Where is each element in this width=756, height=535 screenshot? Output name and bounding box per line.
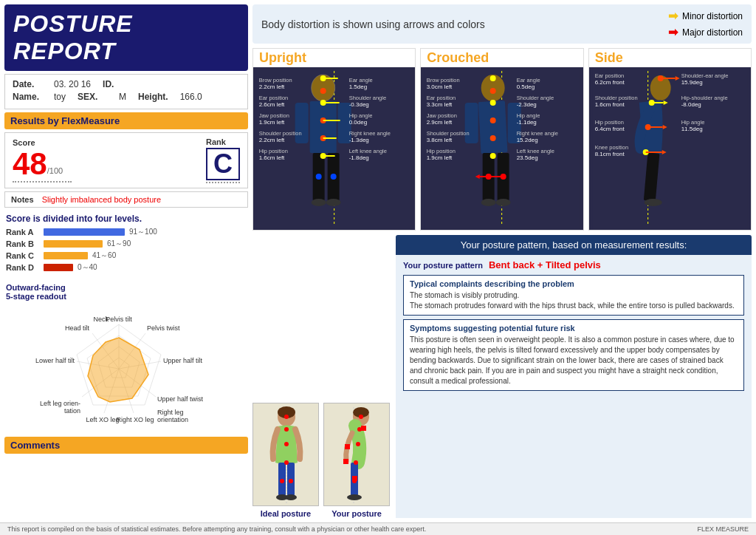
svg-text:Jaw position: Jaw position	[427, 112, 457, 119]
svg-text:Left leg orien-: Left leg orien-	[40, 400, 80, 407]
svg-text:0.0deg: 0.0deg	[349, 119, 367, 126]
svg-text:11.5deg: 11.5deg	[681, 126, 702, 132]
svg-text:Hip position: Hip position	[594, 119, 623, 126]
sex-value: M	[119, 92, 126, 102]
rank-label: Rank	[206, 137, 226, 146]
svg-text:23.5deg: 23.5deg	[517, 154, 538, 161]
svg-text:Pelvis tilt: Pelvis tilt	[106, 316, 132, 323]
svg-point-83	[490, 117, 496, 123]
svg-point-164	[356, 442, 360, 446]
svg-text:Left XO leg: Left XO leg	[86, 416, 119, 423]
svg-point-43	[316, 174, 322, 180]
svg-text:8.1cm front: 8.1cm front	[594, 151, 625, 157]
crouched-image: Brow position 3.0cm left Ear angle 0.5de…	[421, 67, 583, 230]
svg-point-162	[359, 415, 363, 419]
rank-b-label: Rank B	[6, 239, 39, 248]
svg-text:Pelvis twist: Pelvis twist	[147, 324, 180, 332]
svg-text:Shoulder angle: Shoulder angle	[349, 95, 386, 101]
radar-title: Outward-facing5-stage readout	[6, 283, 247, 301]
svg-text:Hip angle: Hip angle	[681, 119, 704, 126]
upright-image: Brow position 2.2cm left Ear angle 1.5de…	[253, 67, 415, 230]
complaints-text: The stomach is visibly protruding. The s…	[410, 290, 738, 311]
svg-point-44	[331, 174, 337, 180]
svg-text:2.2cm left: 2.2cm left	[259, 137, 285, 143]
svg-text:15.2deg: 15.2deg	[517, 137, 538, 143]
svg-point-85	[490, 153, 496, 159]
svg-text:Ear position: Ear position	[259, 95, 289, 101]
svg-rect-169	[343, 459, 348, 464]
side-title: Side	[589, 49, 751, 67]
svg-text:6.4cm front: 6.4cm front	[594, 126, 625, 132]
svg-rect-30	[310, 101, 337, 153]
footer-brand: FLEX MEASURE	[697, 525, 749, 533]
svg-point-150	[284, 415, 289, 419]
svg-point-151	[284, 427, 289, 432]
svg-text:Left knee angle: Left knee angle	[349, 148, 387, 154]
svg-text:3.0cm left: 3.0cm left	[427, 84, 453, 90]
upright-figure-svg: Brow position 2.2cm left Ear angle 1.5de…	[253, 67, 415, 230]
svg-text:Shoulder-ear angle: Shoulder-ear angle	[681, 72, 728, 79]
rank-a-range: 91～100	[129, 227, 157, 237]
svg-text:Right XO leg: Right XO leg	[116, 416, 154, 423]
notes-value: Slightly imbalanced body posture	[42, 195, 161, 204]
svg-text:Ear angle: Ear angle	[517, 77, 540, 84]
posture-views: Upright	[252, 48, 752, 231]
svg-text:1.6cm left: 1.6cm left	[259, 154, 285, 161]
svg-point-161	[347, 494, 362, 500]
crouched-figure-svg: Brow position 3.0cm left Ear angle 0.5de…	[421, 67, 583, 230]
svg-text:0.5deg: 0.5deg	[517, 84, 535, 90]
name-value: toy	[54, 92, 66, 102]
svg-point-152	[284, 442, 289, 446]
svg-text:Brow position: Brow position	[259, 77, 292, 84]
svg-text:Shoulder position: Shoulder position	[594, 95, 637, 101]
body-distortion-title: Body distortion is shown using arrows an…	[261, 18, 485, 30]
pattern-row: Your posture pattern Bent back + Tilted …	[403, 259, 744, 270]
minor-label: Minor distortion	[682, 11, 743, 21]
footer: This report is compiled on the basis of …	[0, 522, 756, 535]
svg-text:Ear position: Ear position	[427, 95, 456, 101]
svg-text:Upper half twist: Upper half twist	[157, 395, 204, 403]
svg-text:1.9cm left: 1.9cm left	[427, 154, 453, 161]
results-header: Results by FlexMeasure	[4, 112, 248, 129]
svg-rect-168	[345, 444, 350, 449]
crouched-view: Crouched	[420, 48, 583, 231]
side-figure-svg: Ear position 6.2cm front Shoulder-ear an…	[589, 67, 751, 230]
svg-text:-0.3deg: -0.3deg	[349, 101, 369, 108]
rank-a-bar	[44, 228, 125, 236]
rank-b-row: Rank B 61～90	[6, 239, 247, 249]
complaints-block: Typical complaints describing the proble…	[403, 275, 744, 316]
svg-text:Ear position: Ear position	[594, 72, 624, 79]
comments-block: Comments	[4, 437, 248, 454]
svg-point-153	[284, 460, 289, 465]
svg-point-38	[320, 88, 326, 94]
svg-point-36	[326, 199, 341, 206]
svg-text:Right knee angle: Right knee angle	[517, 130, 558, 137]
date-value: 03. 20 16	[54, 79, 91, 89]
symptoms-text: This posture is often seen in overweight…	[410, 335, 738, 386]
complaints-title: Typical complaints describing the proble…	[410, 279, 738, 288]
side-image: Ear position 6.2cm front Shoulder-ear an…	[589, 67, 751, 230]
svg-text:orientation: orientation	[157, 416, 188, 423]
svg-text:Right leg: Right leg	[157, 409, 184, 416]
ideal-posture-figure: Ideal posture	[252, 403, 319, 518]
rank-a-row: Rank A 91～100	[6, 227, 247, 237]
svg-text:tation: tation	[64, 407, 80, 415]
svg-text:2.2cm left: 2.2cm left	[259, 84, 285, 90]
svg-text:1.9cm left: 1.9cm left	[259, 119, 285, 126]
major-arrow-icon: ➡	[668, 25, 678, 39]
svg-point-35	[312, 199, 326, 206]
ideal-posture-image	[252, 403, 319, 506]
upright-view: Upright	[252, 48, 416, 231]
ranks-title: Score is divided into four levels.	[6, 214, 247, 224]
report-title: POSTURE REPORT	[13, 10, 239, 65]
svg-point-78	[481, 199, 496, 206]
info-block: Date. 03. 20 16 ID. Name. toy SEX. M Hei…	[4, 74, 248, 109]
radar-chart: Pelvis tilt Pelvis twist Upper half tilt…	[23, 302, 230, 428]
rank-a-label: Rank A	[6, 228, 39, 236]
top-bar: Body distortion is shown using arrows an…	[252, 4, 752, 44]
score-max: /100	[47, 166, 63, 175]
side-view: Side	[588, 48, 752, 231]
legend-block: ➡ Minor distortion ➡ Major distortion	[668, 9, 743, 39]
score-value: 48	[13, 149, 47, 180]
svg-text:Shoulder position: Shoulder position	[259, 130, 302, 137]
